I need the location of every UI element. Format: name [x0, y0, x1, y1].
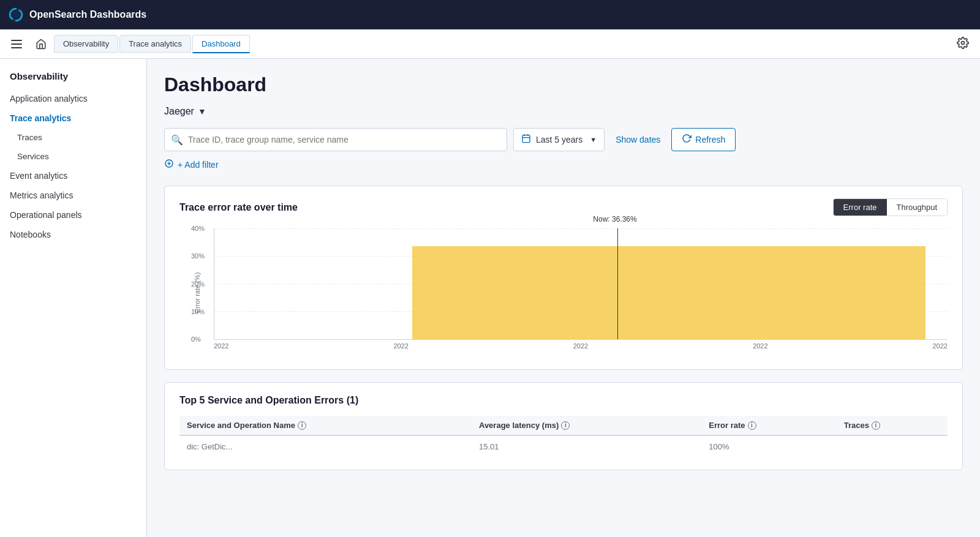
y-tick-line-40 — [214, 228, 948, 229]
th-service-operation-info[interactable]: i — [298, 421, 306, 430]
y-tick-label-20: 20% — [191, 280, 205, 288]
table-row: dic: GetDic... 15.01 100% — [179, 435, 948, 457]
home-button[interactable] — [31, 35, 51, 53]
service-selector[interactable]: Jaeger ▼ — [164, 106, 963, 117]
table-header-row: Service and Operation Name i Average lat… — [179, 416, 948, 435]
x-label-5: 2022 — [933, 342, 948, 350]
opensearch-logo-icon — [7, 6, 24, 23]
chevron-down-icon: ▼ — [198, 107, 206, 116]
x-label-3: 2022 — [573, 342, 588, 350]
th-traces: Traces i — [837, 416, 948, 435]
th-traces-info[interactable]: i — [872, 421, 880, 430]
toggle-throughput[interactable]: Throughput — [887, 199, 948, 216]
chart-plot: 40% 30% 20% 10% — [214, 228, 948, 340]
sidebar-item-trace-analytics[interactable]: Trace analytics — [0, 108, 146, 128]
topbar-right — [953, 33, 973, 54]
th-error-rate-label: Error rate — [709, 421, 745, 430]
y-tick-label-40: 40% — [191, 225, 205, 232]
x-axis-labels: 2022 2022 2022 2022 2022 — [214, 342, 948, 350]
filter-icon — [164, 159, 174, 171]
cell-latency: 15.01 — [472, 435, 701, 457]
sidebar-item-event-analytics[interactable]: Event analytics — [0, 166, 146, 186]
svg-point-1 — [962, 42, 965, 45]
data-table: Service and Operation Name i Average lat… — [179, 416, 948, 457]
sidebar-item-application-analytics[interactable]: Application analytics — [0, 89, 146, 108]
show-dates-button[interactable]: Show dates — [611, 131, 665, 148]
cell-traces — [837, 435, 948, 457]
page-title: Dashboard — [164, 73, 963, 96]
logo-text: OpenSearch Dashboards — [29, 9, 146, 20]
cell-error-rate: 100% — [701, 435, 837, 457]
search-icon: 🔍 — [171, 134, 183, 146]
sidebar-item-notebooks[interactable]: Notebooks — [0, 225, 146, 244]
date-picker[interactable]: Last 5 years ▼ — [513, 128, 605, 151]
sidebar-item-services[interactable]: Services — [0, 147, 146, 166]
x-label-2: 2022 — [393, 342, 408, 350]
x-label-1: 2022 — [214, 342, 228, 350]
toggle-error-rate[interactable]: Error rate — [834, 199, 887, 216]
date-chevron-icon: ▼ — [590, 136, 597, 143]
search-box[interactable]: 🔍 — [164, 128, 507, 151]
table-card-title: Top 5 Service and Operation Errors (1) — [179, 395, 948, 406]
app-logo: OpenSearch Dashboards — [7, 6, 146, 23]
calendar-icon — [521, 133, 531, 146]
y-tick-label-10: 10% — [191, 308, 205, 315]
cell-service-name: dic: GetDic... — [179, 435, 472, 457]
breadcrumb: Observability Trace analytics Dashboard — [54, 35, 251, 53]
breadcrumb-observability[interactable]: Observability — [54, 35, 118, 53]
th-avg-latency: Average latency (ms) i — [472, 416, 701, 435]
y-tick-label-30: 30% — [191, 252, 205, 260]
chart-header: Trace error rate over time Error rate Th… — [179, 198, 948, 216]
sidebar-item-metrics-analytics[interactable]: Metrics analytics — [0, 186, 146, 205]
breadcrumb-dashboard[interactable]: Dashboard — [192, 35, 250, 53]
chart-card: Trace error rate over time Error rate Th… — [164, 186, 963, 370]
chart-toggle: Error rate Throughput — [833, 198, 948, 216]
th-service-operation: Service and Operation Name i — [179, 416, 472, 435]
x-label-4: 2022 — [753, 342, 767, 350]
y-axis-label: Error rate (%) — [194, 272, 201, 314]
table-card: Top 5 Service and Operation Errors (1) S… — [164, 382, 963, 470]
breadcrumb-bar: Observability Trace analytics Dashboard — [0, 29, 980, 59]
chart-bar-fill — [412, 246, 925, 339]
th-avg-latency-info[interactable]: i — [561, 421, 570, 430]
refresh-label: Refresh — [695, 135, 725, 145]
add-filter-button[interactable]: + Add filter — [178, 160, 219, 170]
th-error-rate-info[interactable]: i — [748, 421, 756, 430]
th-avg-latency-label: Average latency (ms) — [479, 421, 559, 430]
now-line: Now: 36.36% — [617, 228, 618, 339]
date-range-text: Last 5 years — [536, 135, 582, 145]
chart-title: Trace error rate over time — [179, 202, 298, 213]
app-layout: Observability Application analytics Trac… — [0, 59, 980, 537]
sidebar-section-title: Observability — [0, 69, 146, 89]
service-name: Jaeger — [164, 106, 194, 117]
main-content: Dashboard Jaeger ▼ 🔍 L — [147, 59, 980, 537]
y-tick-label-0: 0% — [191, 336, 201, 343]
sidebar-item-traces[interactable]: Traces — [0, 128, 146, 147]
sidebar: Observability Application analytics Trac… — [0, 59, 147, 537]
th-error-rate: Error rate i — [701, 416, 837, 435]
add-filter-row: + Add filter — [164, 159, 963, 171]
th-service-operation-label: Service and Operation Name — [187, 421, 295, 430]
filter-bar: 🔍 Last 5 years ▼ Show dates — [164, 128, 963, 151]
now-label: Now: 36.36% — [593, 215, 636, 223]
topbar: OpenSearch Dashboards — [0, 0, 980, 29]
refresh-icon — [682, 133, 692, 146]
sidebar-item-operational-panels[interactable]: Operational panels — [0, 205, 146, 225]
search-input[interactable] — [188, 135, 500, 145]
settings-button[interactable] — [953, 33, 973, 54]
th-traces-label: Traces — [844, 421, 869, 430]
breadcrumb-trace-analytics[interactable]: Trace analytics — [119, 35, 191, 53]
svg-rect-2 — [522, 135, 530, 143]
hamburger-button[interactable] — [7, 36, 26, 52]
refresh-button[interactable]: Refresh — [671, 128, 736, 151]
